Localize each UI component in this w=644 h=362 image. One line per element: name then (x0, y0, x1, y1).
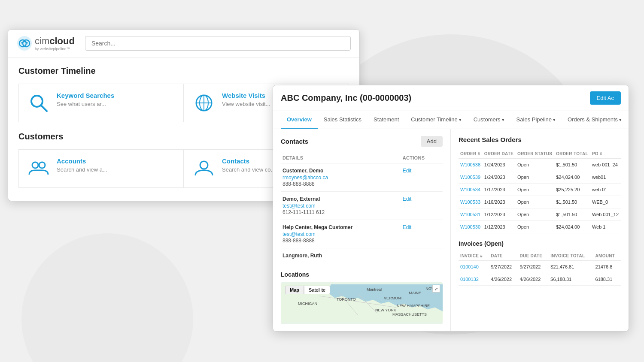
locations-section: Locations (281, 271, 443, 324)
invoices-section: Invoices (Open) Invoice # Date Due Date … (459, 240, 621, 286)
order-date-5: 1/12/2023 (483, 221, 516, 233)
accounts-card[interactable]: Accounts Search and view a... (18, 149, 184, 188)
main-search-input[interactable] (85, 36, 351, 51)
order-num-2[interactable]: W100534 (459, 184, 483, 196)
tab-customers[interactable]: Customers (468, 111, 510, 129)
invoices-title: Invoices (Open) (459, 240, 621, 247)
inv-col-num: Invoice # (459, 251, 489, 261)
inv-total-0: $21,476.81 (549, 261, 593, 273)
orders-table: Order # Order Date Order Status Order To… (459, 149, 621, 233)
tab-orders-shipments[interactable]: Orders & Shipments (562, 111, 628, 129)
order-num-3[interactable]: W100533 (459, 196, 483, 208)
contact-email-1[interactable]: rmoynes@abcco.ca (283, 175, 328, 181)
orders-col-status: Order Status (516, 149, 554, 159)
logo-label: cimcloud (35, 36, 75, 47)
logo-area: cimcloud by websitepipeline™ (17, 36, 75, 51)
orders-col-po: PO # (590, 149, 621, 159)
website-visits-desc: View website visit... (222, 101, 270, 107)
orders-col-total: Order Total (554, 149, 590, 159)
map-label-montreal: Montreal (367, 287, 382, 292)
tab-statement[interactable]: Statement (368, 111, 405, 129)
contact-phone-1: 888-888-8888 (283, 181, 399, 187)
inv-col-date: Date (489, 251, 518, 261)
order-total-4: $1,501.50 (554, 208, 590, 221)
order-row-4: W100531 1/12/2023 Open $1,501.50 Web 001… (459, 208, 621, 221)
contact-edit-link-2[interactable]: Edit (403, 196, 412, 202)
map-label-mass: MASSACHUSETTS (392, 312, 427, 317)
order-po-0: web 001_24 (590, 159, 621, 171)
map-label-nh: NEW HAMPSHIRE (397, 304, 430, 308)
tab-sales-statistics[interactable]: Sales Statistics (318, 111, 368, 129)
tab-overview[interactable]: Overview (281, 111, 318, 129)
keyword-searches-icon (27, 92, 50, 114)
map-label-michigan: MICHIGAN (298, 302, 317, 306)
contact-edit-link-3[interactable]: Edit (403, 224, 412, 230)
accounts-desc: Search and view a... (57, 166, 107, 173)
map-controls: Map Satellite (285, 286, 330, 294)
inv-amount-0: 21476.8 (594, 261, 621, 273)
order-num-0[interactable]: W100538 (459, 159, 483, 171)
abc-window-body: Contacts Add Details Actions Customer, D… (273, 129, 629, 331)
edit-account-button[interactable]: Edit Ac (590, 91, 621, 105)
order-po-2: web 01 (590, 184, 621, 196)
abc-tabs: Overview Sales Statistics Statement Cust… (273, 111, 629, 129)
map-label-toronto: TORONTO (337, 297, 356, 302)
contacts-panel-title: Contacts (281, 138, 308, 145)
contacts-add-button[interactable]: Add (421, 136, 443, 147)
order-row-2: W100534 1/17/2023 Open $25,225.20 web 01 (459, 184, 621, 196)
bg-decoration-2 (21, 233, 193, 362)
tab-customer-timeline[interactable]: Customer Timeline (405, 111, 467, 129)
contact-name-3: Help Center, Mega Customer (283, 224, 399, 230)
order-total-3: $1,501.50 (554, 196, 590, 208)
order-po-4: Web 001_12 (590, 208, 621, 221)
inv-due-0: 9/27/2022 (518, 261, 549, 273)
contact-details-2: Demo, External test@test.com 612-111-111… (281, 192, 401, 220)
cimcloud-logo-icon (17, 36, 32, 51)
svg-line-4 (41, 106, 47, 111)
inv-due-1: 4/26/2022 (518, 273, 549, 286)
contact-email-2[interactable]: test@test.com (283, 203, 316, 209)
accounts-title: Accounts (57, 157, 107, 165)
accounts-icon (28, 158, 49, 179)
logo-sub: by websitepipeline™ (35, 47, 75, 51)
inv-total-1: $6,188.31 (549, 273, 593, 286)
order-row-0: W100538 1/24/2023 Open $1,501.50 web 001… (459, 159, 621, 171)
keyword-searches-card[interactable]: Keyword Searches See what users ar... (18, 84, 184, 122)
invoice-row-1: 0100132 4/26/2022 4/26/2022 $6,188.31 61… (459, 273, 621, 286)
contact-name-4: Langmore, Ruth (283, 253, 399, 259)
inv-date-1: 4/26/2022 (489, 273, 518, 286)
contact-row-1: Customer, Demo rmoynes@abcco.ca 888-888-… (281, 163, 443, 192)
order-num-4[interactable]: W100531 (459, 208, 483, 221)
contact-name-2: Demo, External (283, 196, 399, 202)
inv-num-1[interactable]: 0100132 (459, 273, 489, 286)
contact-action-2: Edit (401, 192, 443, 220)
keyword-searches-title: Keyword Searches (57, 92, 114, 99)
accounts-content: Accounts Search and view a... (57, 157, 107, 173)
order-po-5: Web 1 (590, 221, 621, 233)
accounts-icon (27, 157, 50, 180)
order-date-3: 1/16/2023 (483, 196, 516, 208)
order-po-1: web01 (590, 171, 621, 184)
abc-window-header: ABC Company, Inc (00-0000003) Edit Ac (273, 85, 629, 111)
recent-sales-orders-title: Recent Sales Orders (459, 136, 621, 143)
map-expand-button[interactable]: ⤢ (432, 285, 440, 293)
map-button-map[interactable]: Map (285, 286, 304, 294)
order-total-2: $25,225.20 (554, 184, 590, 196)
inv-num-0[interactable]: 0100140 (459, 261, 489, 273)
tab-sales-pipeline[interactable]: Sales Pipeline (510, 111, 562, 129)
order-num-5[interactable]: W100530 (459, 221, 483, 233)
order-po-3: WEB_0 (590, 196, 621, 208)
order-total-0: $1,501.50 (554, 159, 590, 171)
order-num-1[interactable]: W100539 (459, 171, 483, 184)
locations-title: Locations (281, 271, 443, 278)
svg-point-11 (200, 161, 208, 169)
contacts-table: Details Actions Customer, Demo rmoynes@a… (281, 153, 443, 264)
contact-details-3: Help Center, Mega Customer test@test.com… (281, 220, 401, 248)
orders-col-date: Order Date (483, 149, 516, 159)
contact-email-3[interactable]: test@test.com (283, 231, 316, 237)
order-status-5: Open (516, 221, 554, 233)
contact-edit-link-1[interactable]: Edit (403, 168, 412, 174)
map-button-satellite[interactable]: Satellite (304, 286, 330, 294)
contact-name-1: Customer, Demo (283, 168, 399, 174)
contact-action-4 (401, 248, 443, 264)
